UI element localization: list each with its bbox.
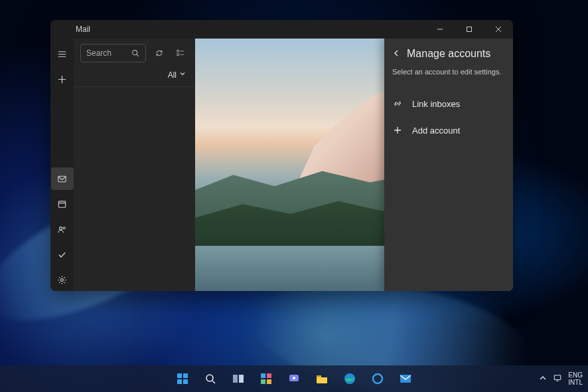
svg-rect-32: [267, 373, 271, 378]
chevron-up-icon: [539, 374, 547, 382]
svg-point-15: [133, 50, 137, 55]
taskbar-edge-button[interactable]: [338, 367, 362, 391]
lang-line2: INTL: [568, 379, 583, 386]
task-view-icon: [231, 371, 246, 386]
svg-rect-1: [467, 27, 472, 32]
hamburger-icon: [57, 49, 67, 59]
chevron-left-icon: [392, 49, 400, 57]
plus-icon: [57, 74, 67, 84]
svg-rect-34: [267, 379, 271, 384]
add-account-button[interactable]: Add account: [392, 117, 505, 144]
edge-icon: [342, 371, 357, 386]
taskbar-mail-button[interactable]: [394, 367, 417, 391]
panel-back-button[interactable]: [392, 48, 400, 60]
start-button[interactable]: [171, 367, 194, 391]
link-inboxes-label: Link inboxes: [412, 99, 460, 109]
people-icon: [57, 225, 67, 235]
svg-point-27: [206, 375, 213, 381]
panel-header: Manage accounts: [392, 48, 505, 60]
svg-rect-17: [177, 50, 179, 52]
maximize-icon: [466, 26, 473, 33]
taskbar-search-button[interactable]: [198, 367, 222, 391]
window-title: Mail: [50, 25, 425, 34]
windows-logo-icon: [175, 371, 190, 386]
svg-rect-33: [261, 379, 265, 384]
system-tray: ENG INTL: [539, 371, 583, 386]
svg-rect-26: [183, 379, 188, 384]
close-icon: [495, 26, 502, 33]
task-view-button[interactable]: [226, 367, 250, 391]
left-icon-strip: [50, 39, 74, 291]
svg-point-39: [373, 374, 382, 383]
svg-point-36: [293, 377, 295, 379]
minimize-button[interactable]: [425, 20, 455, 39]
taskbar-teams-button[interactable]: [282, 367, 306, 391]
search-icon: [131, 49, 140, 58]
plus-icon: [392, 125, 403, 136]
search-placeholder: Search: [86, 49, 111, 58]
sync-button[interactable]: [151, 45, 167, 61]
link-inboxes-button[interactable]: Link inboxes: [392, 90, 505, 117]
cortana-icon: [370, 371, 385, 386]
widgets-button[interactable]: [254, 367, 278, 391]
hamburger-menu-button[interactable]: [51, 43, 74, 65]
search-icon: [203, 371, 218, 386]
panel-title: Manage accounts: [407, 48, 490, 60]
svg-rect-23: [177, 373, 182, 378]
sync-icon: [155, 49, 164, 58]
svg-line-28: [212, 381, 215, 383]
nav-calendar-button[interactable]: [51, 193, 74, 215]
chat-icon: [287, 371, 301, 386]
reading-pane: Manage accounts Select an account to edi…: [195, 39, 513, 291]
search-row: Search: [74, 39, 195, 65]
chevron-down-icon: [179, 70, 186, 77]
nav-settings-button[interactable]: [51, 268, 74, 291]
mail-icon: [57, 174, 67, 184]
tray-overflow-button[interactable]: [539, 374, 547, 383]
mail-app-window: Mail: [50, 20, 513, 291]
taskbar-explorer-button[interactable]: [310, 367, 334, 391]
svg-rect-25: [177, 379, 182, 384]
svg-rect-29: [233, 375, 238, 383]
manage-accounts-panel: Manage accounts Select an account to edi…: [384, 39, 513, 291]
monitor-icon: [553, 374, 561, 382]
folder-icon: [315, 371, 329, 386]
svg-rect-41: [555, 375, 561, 380]
svg-rect-30: [239, 375, 244, 383]
svg-point-13: [63, 227, 65, 229]
svg-point-14: [61, 278, 64, 281]
svg-rect-40: [400, 375, 411, 383]
taskbar: ENG INTL: [0, 365, 588, 392]
minimize-icon: [437, 26, 443, 33]
window-titlebar: Mail: [50, 20, 513, 39]
nav-people-button[interactable]: [51, 218, 74, 241]
message-list-column: Search All: [74, 39, 195, 291]
mail-app-icon: [398, 371, 413, 386]
window-controls: [425, 20, 513, 39]
widgets-icon: [259, 371, 273, 386]
link-icon: [392, 98, 403, 109]
taskbar-cortana-button[interactable]: [366, 367, 390, 391]
language-indicator[interactable]: ENG INTL: [568, 371, 583, 386]
calendar-icon: [57, 199, 67, 209]
selection-mode-button[interactable]: [173, 45, 188, 61]
new-mail-button[interactable]: [51, 68, 74, 90]
svg-line-16: [137, 54, 139, 56]
gear-icon: [57, 275, 67, 285]
close-button[interactable]: [484, 20, 513, 39]
filter-label: All: [168, 70, 177, 80]
taskbar-center: [171, 367, 417, 391]
panel-subtitle: Select an account to edit settings.: [392, 68, 505, 76]
search-input[interactable]: Search: [80, 44, 146, 62]
tray-network-button[interactable]: [553, 374, 561, 383]
svg-rect-24: [183, 373, 188, 378]
svg-rect-10: [58, 201, 65, 207]
svg-point-12: [60, 227, 62, 229]
nav-mail-button[interactable]: [51, 167, 74, 190]
selection-icon: [176, 49, 185, 58]
filter-dropdown[interactable]: All: [74, 65, 195, 87]
checkmark-icon: [57, 250, 67, 260]
add-account-label: Add account: [412, 126, 460, 136]
nav-todo-button[interactable]: [51, 243, 74, 266]
maximize-button[interactable]: [455, 20, 484, 39]
